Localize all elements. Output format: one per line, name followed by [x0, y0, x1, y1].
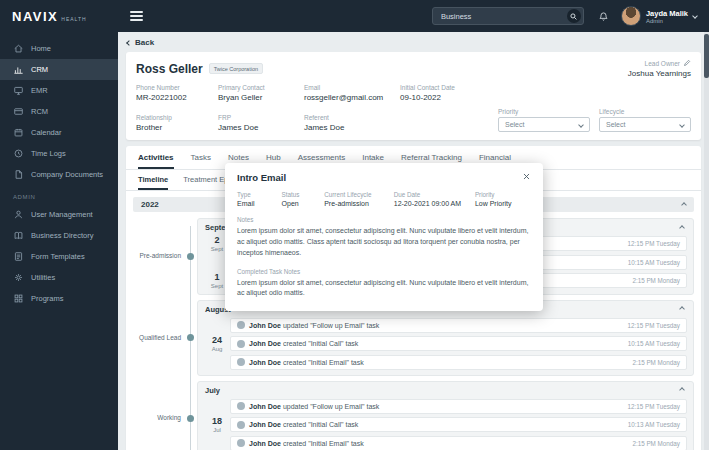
sidebar-item-business-directory[interactable]: Business Directory [0, 225, 118, 246]
entry-user: John Doe [249, 340, 281, 347]
field-primary-contact: Primary Contact Bryan Geller [218, 84, 304, 102]
sidebar-item-label: EMR [31, 86, 48, 95]
sidebar-item-crm[interactable]: CRM [0, 59, 118, 80]
user-avatar-icon [237, 321, 245, 329]
sidebar-item-emr[interactable]: EMR [0, 80, 118, 101]
lead-owner: Lead Owner Joshua Yearnings [628, 59, 691, 78]
organization-badge: Twice Corporation [209, 63, 263, 74]
edit-pencil-icon[interactable] [683, 59, 691, 67]
entry-action: created "Initial Call" task [283, 421, 358, 428]
lead-owner-value: Joshua Yearnings [628, 69, 691, 78]
back-button[interactable]: Back [118, 32, 709, 52]
timeline-entry: John Doeupdated "Follow up Email" task 1… [204, 318, 687, 333]
tab-activities[interactable]: Activities [138, 153, 174, 169]
app-logo[interactable]: NAVIX HEALTH [0, 9, 118, 24]
month-section-july: Working July [133, 381, 694, 450]
sidebar-item-utilities[interactable]: Utilities [0, 267, 118, 288]
sidebar-item-rcm[interactable]: RCM [0, 101, 118, 122]
priority-select[interactable]: Select [498, 117, 590, 132]
activity-row[interactable]: John Doecreated "Initial Call" task 10:1… [230, 417, 687, 432]
entry-time: 2:15 PM Monday [632, 359, 680, 366]
entry-time: 10:15 AM Tuesday [628, 259, 680, 266]
sidebar-item-time-logs[interactable]: Time Logs [0, 143, 118, 164]
user-role: Admin [646, 18, 688, 24]
gear-icon [13, 272, 24, 283]
chevron-up-icon[interactable] [679, 387, 685, 393]
sidebar-item-home[interactable]: Home [0, 38, 118, 59]
lifecycle-select[interactable]: Select [599, 117, 691, 132]
timeline-entry: John Doecreated "Initial Email" task 2:1… [204, 355, 687, 370]
modal-field-status: Status Open [282, 191, 325, 207]
timeline-entry: John Doeupdated "Follow up Email" task 1… [204, 399, 687, 414]
search-input[interactable] [441, 12, 553, 21]
user-icon [13, 209, 24, 220]
sidebar-item-label: Business Directory [31, 231, 94, 240]
activity-row[interactable]: John Doecreated "Initial Email" task 2:1… [230, 436, 687, 450]
chevron-up-icon[interactable] [679, 306, 685, 312]
chevron-down-icon [578, 122, 584, 128]
intro-email-modal: Intro Email Type Email Status Open Curre… [225, 163, 543, 311]
home-icon [13, 43, 24, 54]
lifecycle-select-group: Lifecycle Select [599, 108, 691, 132]
field-initial-contact-date: Initial Contact Date 09-10-2022 [400, 84, 498, 102]
activity-row[interactable]: John Doeupdated "Follow up Email" task 1… [230, 399, 687, 414]
modal-field-priority: Priority Low Priority [475, 191, 531, 207]
completed-task-notes-text: Lorem ipsum dolor sit amet, consectetur … [237, 278, 531, 300]
chevron-down-icon [692, 13, 698, 19]
grid-icon [13, 293, 24, 304]
sidebar-item-company-documents[interactable]: Company Documents [0, 164, 118, 185]
sidebar-item-label: RCM [31, 107, 48, 116]
sidebar-item-form-templates[interactable]: Form Templates [0, 246, 118, 267]
sidebar-item-programs[interactable]: Programs [0, 288, 118, 309]
user-avatar-icon [237, 439, 245, 447]
chevron-up-icon[interactable] [679, 225, 685, 231]
activity-row[interactable]: John Doeupdated "Follow up Email" task 1… [230, 318, 687, 333]
monitor-icon [13, 85, 24, 96]
field-referent: Referent James Doe [304, 114, 400, 132]
sidebar: Home CRM EMR RCM Calendar Time Logs Comp… [0, 32, 118, 450]
entry-time: 10:13 AM Tuesday [628, 421, 680, 428]
entry-time: 2:15 PM Monday [632, 440, 680, 447]
entry-user: John Doe [249, 440, 281, 447]
entry-date: 18 Jul [204, 417, 230, 433]
search-icon[interactable] [567, 9, 581, 23]
sidebar-item-user-management[interactable]: User Management [0, 204, 118, 225]
modal-field-current-lifecycle: Current Lifecycle Pre-admission [324, 191, 394, 207]
completed-task-notes-label: Completed Task Notes [237, 268, 531, 275]
modal-title: Intro Email [237, 172, 286, 183]
modal-field-due-date: Due Date 12-20-2021 09:00 AM [394, 191, 475, 207]
scrollbar-thumb[interactable] [704, 34, 709, 78]
stage-label: Pre-admission [139, 252, 181, 260]
entry-time: 12:15 PM Tuesday [627, 403, 680, 410]
user-menu[interactable]: Jayda Malik Admin [621, 6, 697, 26]
tab-tasks[interactable]: Tasks [191, 153, 211, 169]
activity-row[interactable]: John Doecreated "Initial Call" task 10:1… [230, 336, 687, 351]
entry-time: 2:15 PM Monday [632, 277, 680, 284]
notifications-bell-icon[interactable] [598, 11, 609, 22]
chart-icon [13, 64, 24, 75]
month-group: August John Doeupdated "Follow up Email"… [197, 300, 694, 376]
scrollbar[interactable] [704, 32, 709, 450]
sidebar-item-calendar[interactable]: Calendar [0, 122, 118, 143]
timeline-entry: 24 Aug John Doecreated "Initial Call" ta… [204, 336, 687, 352]
entry-action: created "Initial Call" task [283, 340, 358, 347]
entry-action: created "Initial Email" task [283, 440, 364, 447]
priority-select-group: Priority Select [498, 108, 590, 132]
month-name: July [205, 386, 220, 395]
timeline-entry: 18 Jul John Doecreated "Initial Call" ta… [204, 417, 687, 433]
entry-user: John Doe [249, 403, 281, 410]
sidebar-item-label: Company Documents [31, 170, 103, 179]
activity-row[interactable]: John Doecreated "Initial Email" task 2:1… [230, 355, 687, 370]
form-icon [13, 251, 24, 262]
entry-time: 12:15 PM Tuesday [627, 240, 680, 247]
sidebar-item-label: User Management [31, 210, 93, 219]
menu-icon[interactable] [130, 9, 143, 23]
field-relationship: Relationship Brother [136, 114, 218, 132]
sidebar-item-label: CRM [31, 65, 48, 74]
month-group: July John Doeupdated "Follow up Email" t… [197, 381, 694, 450]
logo-text: NAVIX [12, 9, 58, 24]
notes-label: Notes [237, 216, 531, 223]
field-email: Email rossgeller@gmail.com [304, 84, 400, 102]
close-icon[interactable] [522, 172, 531, 181]
subtab-timeline[interactable]: Timeline [138, 175, 168, 190]
